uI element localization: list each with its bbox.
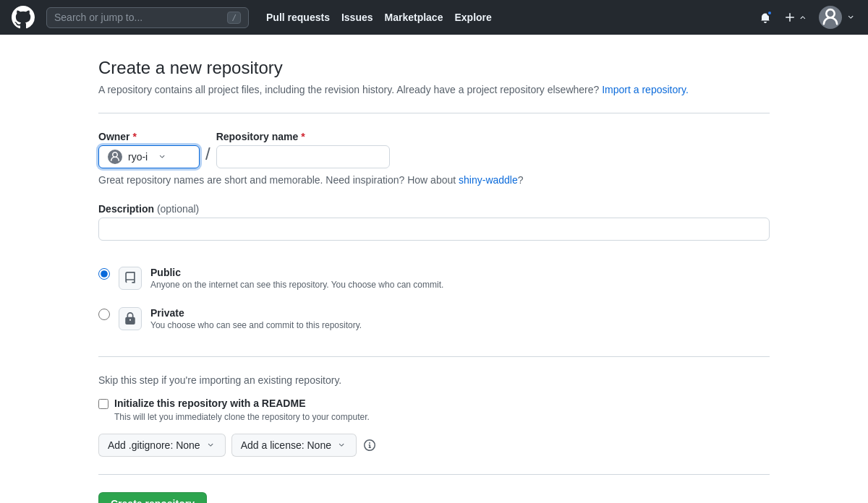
main-content: Create a new repository A repository con… (87, 35, 781, 503)
import-repo-link[interactable]: Import a repository. (602, 84, 689, 95)
owner-avatar (108, 150, 122, 164)
page-title: Create a new repository (98, 58, 770, 78)
inspiration-link[interactable]: shiny-waddle (459, 174, 518, 186)
owner-field-group: Owner * ryo-i (98, 131, 200, 168)
license-dropdown[interactable]: Add a license: None (231, 434, 357, 457)
search-placeholder: Search or jump to... (54, 12, 221, 23)
owner-select-button[interactable]: ryo-i (98, 145, 200, 168)
init-checkbox-row: Initialize this repository with a README (98, 397, 770, 409)
notification-dot (767, 10, 773, 16)
user-menu-button[interactable] (819, 6, 856, 29)
gitignore-dropdown[interactable]: Add .gitignore: None (98, 434, 226, 457)
init-readme-label: Initialize this repository with a README (114, 397, 305, 409)
public-text: Public Anyone on the internet can see th… (150, 267, 443, 290)
user-avatar (819, 6, 842, 29)
github-logo[interactable] (12, 6, 35, 29)
license-label: Add a license: None (241, 439, 331, 451)
private-radio[interactable] (98, 309, 110, 320)
slash-divider: / (205, 145, 210, 163)
private-option[interactable]: Private You choose who can see and commi… (98, 298, 770, 339)
navbar: Search or jump to... / Pull requests Iss… (0, 0, 868, 35)
repo-name-input[interactable] (216, 145, 390, 168)
info-button[interactable] (362, 438, 377, 452)
nav-marketplace[interactable]: Marketplace (385, 12, 443, 23)
create-repository-button[interactable]: Create repository (98, 492, 207, 503)
search-shortcut: / (227, 12, 241, 24)
owner-label: Owner * (98, 131, 200, 142)
create-new-button[interactable] (780, 9, 813, 26)
desc-label: Description (optional) (98, 203, 770, 215)
nav-explore[interactable]: Explore (454, 12, 491, 23)
nav-pull-requests[interactable]: Pull requests (266, 12, 330, 23)
init-subtitle: Skip this step if you're importing an ex… (98, 374, 770, 386)
notifications-button[interactable] (757, 9, 774, 26)
init-readme-checkbox[interactable] (98, 399, 109, 409)
public-option[interactable]: Public Anyone on the internet can see th… (98, 258, 770, 298)
repo-name-required-star: * (301, 131, 305, 142)
search-bar[interactable]: Search or jump to... / (46, 7, 249, 28)
inspiration-text: Great repository names are short and mem… (98, 174, 770, 186)
description-section: Description (optional) (98, 203, 770, 241)
public-icon (119, 267, 142, 290)
owner-required-star: * (132, 131, 136, 142)
description-input[interactable] (98, 218, 770, 241)
init-readme-desc: This will let you immediately clone the … (114, 412, 770, 422)
top-divider (98, 113, 770, 113)
private-icon (119, 307, 142, 330)
repo-name-label: Repository name * (216, 131, 390, 142)
gitignore-label: Add .gitignore: None (108, 439, 200, 451)
mid-divider (98, 356, 770, 357)
bottom-divider (98, 474, 770, 475)
bottom-dropdowns: Add .gitignore: None Add a license: None (98, 434, 770, 457)
visibility-section: Public Anyone on the internet can see th… (98, 258, 770, 339)
desc-optional: (optional) (157, 203, 199, 215)
navbar-right (757, 6, 856, 29)
owner-value: ryo-i (128, 151, 148, 163)
page-subtitle: A repository contains all project files,… (98, 84, 770, 95)
init-section: Skip this step if you're importing an ex… (98, 374, 770, 422)
nav-issues[interactable]: Issues (341, 12, 373, 23)
owner-repo-row: Owner * ryo-i / Repository name * (98, 131, 770, 168)
nav-links: Pull requests Issues Marketplace Explore (266, 12, 492, 23)
private-text: Private You choose who can see and commi… (150, 307, 362, 330)
repo-name-field-group: Repository name * (216, 131, 390, 168)
public-radio[interactable] (98, 268, 110, 280)
